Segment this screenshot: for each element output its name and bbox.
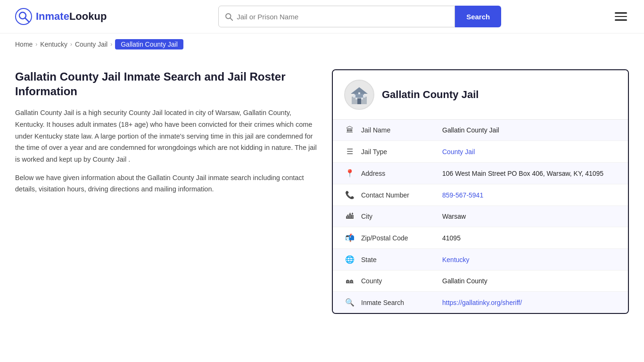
jail-avatar [344,80,374,110]
hamburger-line-1 [615,12,627,14]
info-card: Gallatin County Jail 🏛Jail NameGallatin … [332,69,629,314]
table-row: 📞Contact Number859-567-5941 [333,184,628,206]
row-value[interactable]: 859-567-5941 [442,191,617,199]
svg-line-4 [231,18,233,20]
row-label: County [361,277,437,285]
row-value: 106 West Main Street PO Box 406, Warsaw,… [442,170,617,177]
table-row: 📍Address106 West Main Street PO Box 406,… [333,163,628,184]
table-row: ☰Jail TypeCounty Jail [333,141,628,163]
row-value[interactable]: Kentucky [442,256,617,263]
search-input[interactable] [237,13,449,21]
info-table: 🏛Jail NameGallatin County Jail☰Jail Type… [333,120,628,313]
row-value-link[interactable]: Kentucky [442,256,470,263]
site-header: InmateLookup Search [0,0,644,33]
search-icon [224,12,233,21]
right-panel: Gallatin County Jail 🏛Jail NameGallatin … [332,69,629,314]
main-content: Gallatin County Jail Inmate Search and J… [0,55,644,328]
row-value[interactable]: County Jail [442,148,617,156]
search-area: Search [218,6,501,27]
row-icon: ☰ [344,147,355,156]
description-2: Below we have given information about th… [15,172,317,195]
hamburger-menu[interactable] [613,10,629,23]
breadcrumb-sep-3: › [110,41,112,48]
search-button[interactable]: Search [455,6,501,27]
svg-rect-12 [355,98,357,99]
breadcrumb-home[interactable]: Home [15,41,33,48]
table-row: 🌐StateKentucky [333,249,628,271]
row-value: Gallatin County [442,277,617,285]
row-icon: 🔍 [344,298,355,307]
search-wrapper [218,6,455,27]
logo-icon [15,8,32,25]
row-icon: 📬 [344,233,355,242]
table-row: 🏘CountyGallatin County [333,271,628,292]
breadcrumb-type[interactable]: County Jail [75,41,107,48]
row-icon: 🌐 [344,255,355,264]
svg-rect-10 [363,95,365,98]
row-label: Address [361,170,437,177]
breadcrumb-state[interactable]: Kentucky [40,41,67,48]
row-value[interactable]: https://gallatinky.org/sheriff/ [442,299,617,306]
row-label: State [361,256,437,263]
row-value: Gallatin County Jail [442,126,617,134]
info-card-title: Gallatin County Jail [382,89,479,101]
hamburger-line-2 [615,16,627,17]
breadcrumb-sep-1: › [35,41,37,48]
breadcrumb-current: Gallatin County Jail [115,39,183,49]
row-label: Zip/Postal Code [361,234,437,242]
table-row: 🔍Inmate Searchhttps://gallatinky.org/she… [333,292,628,313]
svg-rect-11 [358,92,360,94]
row-icon: 🏙 [344,212,355,221]
breadcrumb-sep-2: › [70,41,72,48]
jail-building-icon [348,83,371,106]
row-icon: 📍 [344,169,355,178]
row-label: City [361,213,437,220]
svg-rect-8 [357,99,361,104]
svg-rect-9 [353,95,355,98]
row-label: Jail Type [361,148,437,156]
row-label: Contact Number [361,191,437,199]
page-title: Gallatin County Jail Inmate Search and J… [15,69,317,99]
row-label: Jail Name [361,126,437,134]
logo-text: InmateLookup [36,10,107,23]
logo-link[interactable]: InmateLookup [15,8,107,25]
description-1: Gallatin County Jail is a high security … [15,107,317,165]
table-row: 🏛Jail NameGallatin County Jail [333,120,628,141]
svg-rect-13 [361,98,363,99]
row-label: Inmate Search [361,299,437,306]
row-value-link[interactable]: 859-567-5941 [442,191,483,199]
row-value: 41095 [442,234,617,242]
row-value-link[interactable]: County Jail [442,148,475,156]
row-icon: 📞 [344,190,355,199]
table-row: 🏙CityWarsaw [333,206,628,227]
table-row: 📬Zip/Postal Code41095 [333,227,628,249]
row-value-link[interactable]: https://gallatinky.org/sheriff/ [442,299,522,306]
svg-line-2 [25,18,29,22]
row-icon: 🏛 [344,126,355,134]
left-panel: Gallatin County Jail Inmate Search and J… [15,69,317,202]
svg-point-0 [16,8,32,25]
info-card-header: Gallatin County Jail [333,70,628,120]
row-icon: 🏘 [344,277,355,285]
breadcrumb: Home › Kentucky › County Jail › Gallatin… [0,33,644,55]
row-value: Warsaw [442,213,617,220]
hamburger-line-3 [615,19,627,21]
